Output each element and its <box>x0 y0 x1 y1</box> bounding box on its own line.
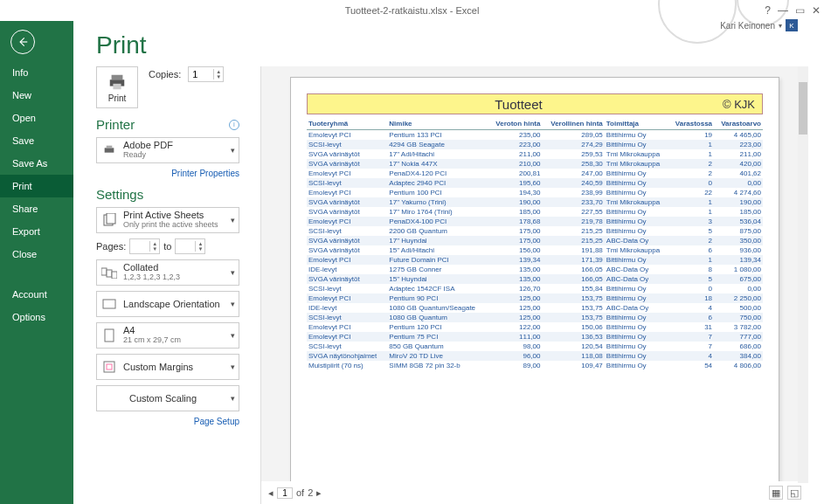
minimize-icon[interactable]: — <box>778 4 788 17</box>
sidebar-item-print[interactable]: Print <box>0 175 73 197</box>
cell: SVGA värinäytöt <box>307 197 387 207</box>
cell: 185,00 <box>488 207 543 217</box>
pages-to-input[interactable] <box>176 241 195 252</box>
cell: 153,75 <box>542 303 604 313</box>
stepper-down-icon[interactable]: ▼ <box>216 74 221 79</box>
cell: 111,00 <box>488 332 543 342</box>
page-setup-link[interactable]: Page Setup <box>96 417 239 426</box>
scaling-dropdown[interactable]: Custom Scaling ▾ <box>96 385 239 411</box>
prev-page-icon[interactable]: ◂ <box>268 487 274 499</box>
preview-viewport[interactable]: Tuotteet © KJK TuoteryhmäNimikeVeroton h… <box>261 66 808 481</box>
zoom-icon[interactable]: ◱ <box>787 486 801 500</box>
cell: 156,00 <box>488 245 543 255</box>
cell: SVGA värinäytöt <box>307 207 387 217</box>
copies-stepper[interactable]: ▲▼ <box>188 66 224 82</box>
cell: Bittihirmu Oy <box>605 293 668 303</box>
cell: 22 <box>668 188 714 197</box>
sidebar-item-export[interactable]: Export <box>0 220 73 243</box>
cell: 15" Huyndai <box>387 274 488 284</box>
report-copyright: © KJK <box>723 98 755 111</box>
chevron-down-icon: ▾ <box>231 300 235 308</box>
sidebar-item-close[interactable]: Close <box>0 243 73 266</box>
col-header: Varastoarvo <box>714 118 763 130</box>
scrollbar-thumb[interactable] <box>799 82 807 135</box>
cell: 215,25 <box>542 226 604 236</box>
cell: SVGA värinäytöt <box>307 149 387 159</box>
info-icon[interactable]: i <box>229 120 239 130</box>
cell: 109,47 <box>542 361 604 370</box>
cell: Tmi Mikrokauppa <box>605 159 668 169</box>
sidebar-item-options[interactable]: Options <box>0 306 73 328</box>
table-row: Emolevyt PCIPenaDX4-120 PCI200,81247,00B… <box>307 169 763 178</box>
col-header: Tuoteryhmä <box>307 118 387 130</box>
orientation-dropdown[interactable]: Landscape Orientation ▾ <box>96 291 239 317</box>
sidebar-item-info[interactable]: Info <box>0 61 73 84</box>
print-what-sub: Only print the active sheets <box>123 220 225 230</box>
cell: 1 <box>668 140 714 149</box>
table-row: SCSI-levyt1080 GB Quantum125,00153,75Bit… <box>307 313 763 322</box>
cell: Pentium 90 PCI <box>387 293 488 303</box>
sidebar-item-new[interactable]: New <box>0 84 73 107</box>
cell: 195,60 <box>488 178 543 188</box>
scrollbar[interactable] <box>798 66 808 483</box>
cell: 175,00 <box>488 236 543 245</box>
cell: 17" Nokia 447X <box>387 159 488 169</box>
sidebar-item-save-as[interactable]: Save As <box>0 152 73 175</box>
pages-to-label: to <box>163 241 171 252</box>
paper-size-dropdown[interactable]: A4 21 cm x 29,7 cm ▾ <box>96 322 239 349</box>
print-what-dropdown[interactable]: Print Active Sheets Only print the activ… <box>96 207 239 233</box>
sheets-icon <box>100 211 118 229</box>
table-row: IDE-levyt1275 GB Conner135,00166,05ABC-D… <box>307 265 763 274</box>
sidebar-item-account[interactable]: Account <box>0 283 73 306</box>
print-button[interactable]: Print <box>96 66 138 108</box>
sidebar-item-save[interactable]: Save <box>0 129 73 152</box>
total-pages: 2 <box>308 487 313 498</box>
user-account[interactable]: Kari Keinonen ▾ K <box>720 19 798 31</box>
cell: SVGA värinäytöt <box>307 245 387 255</box>
table-row: Emolevyt PCIPentium 120 PCI122,00150,06B… <box>307 322 763 332</box>
close-icon[interactable]: ✕ <box>812 4 821 17</box>
restore-icon[interactable]: ▭ <box>795 4 805 17</box>
pages-from-stepper[interactable]: ▲▼ <box>129 238 160 254</box>
table-row: IDE-levyt1080 GB Quantum/Seagate125,0015… <box>307 303 763 313</box>
cell: 6 <box>668 245 714 255</box>
pages-from-input[interactable] <box>130 241 149 252</box>
back-button[interactable] <box>10 30 35 54</box>
svg-rect-6 <box>107 213 115 224</box>
pages-to-stepper[interactable]: ▲▼ <box>175 238 205 254</box>
sidebar-item-share[interactable]: Share <box>0 197 73 220</box>
user-menu-chevron[interactable]: ▾ <box>779 22 782 30</box>
sidebar-item-open[interactable]: Open <box>0 107 73 129</box>
cell: 150,06 <box>542 322 604 332</box>
printer-properties-link[interactable]: Printer Properties <box>96 169 239 178</box>
cell: 3 <box>668 217 714 226</box>
cell: 125,00 <box>488 293 543 303</box>
margins-dropdown[interactable]: Custom Margins ▾ <box>96 354 239 380</box>
svg-rect-8 <box>107 270 112 277</box>
cell: 2 <box>668 159 714 169</box>
svg-rect-7 <box>101 268 107 275</box>
next-page-icon[interactable]: ▸ <box>316 487 322 499</box>
table-row: SVGA värinäytöt17" Huyndai175,00215,25AB… <box>307 236 763 245</box>
copies-input[interactable] <box>189 69 213 79</box>
collate-sub: 1,2,3 1,2,3 1,2,3 <box>123 273 225 282</box>
cell: 211,00 <box>714 149 763 159</box>
current-page-input[interactable] <box>277 487 293 499</box>
printer-dropdown[interactable]: Adobe PDF Ready ▾ <box>96 137 239 163</box>
zoom-to-page-icon[interactable]: ▦ <box>769 486 783 500</box>
cell: Emolevyt PCI <box>307 293 387 303</box>
col-header: Toimittaja <box>605 118 668 130</box>
cell: 384,00 <box>714 351 763 361</box>
table-row: Emolevyt PCIFuture Domain PCI139,34171,3… <box>307 255 763 265</box>
cell: 122,00 <box>488 322 543 332</box>
cell: Pentium 100 PCI <box>387 188 488 197</box>
cell: Emolevyt PCI <box>307 130 387 141</box>
help-icon[interactable]: ? <box>765 4 771 17</box>
cell: 31 <box>668 322 714 332</box>
report-table: TuoteryhmäNimikeVeroton hintaVerollinen … <box>307 118 763 370</box>
collate-dropdown[interactable]: Collated 1,2,3 1,2,3 1,2,3 ▾ <box>96 259 239 286</box>
cell: 6 <box>668 313 714 322</box>
svg-rect-2 <box>113 83 121 88</box>
cell: SCSI-levyt <box>307 342 387 351</box>
pages-label: Pages: <box>96 241 126 252</box>
